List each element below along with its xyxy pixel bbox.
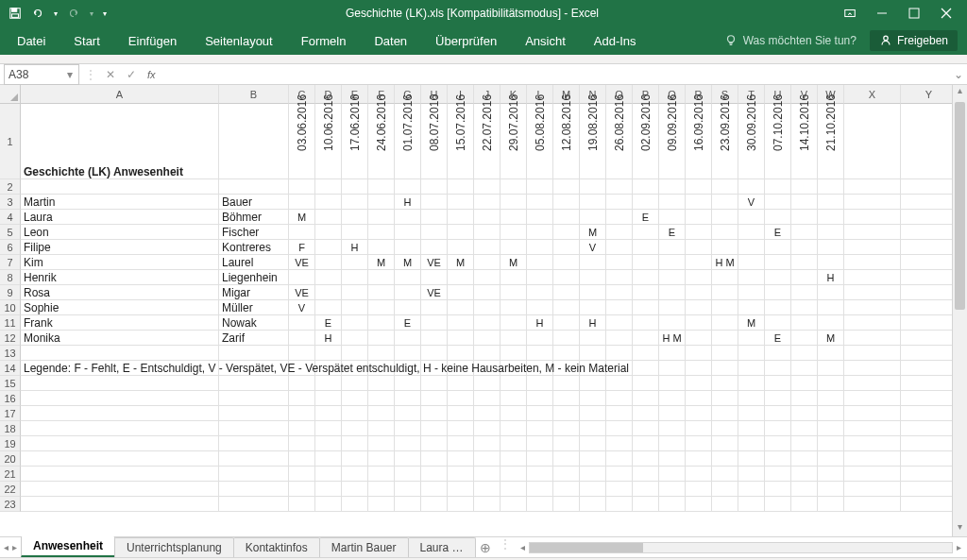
cell[interactable] <box>553 255 580 269</box>
cell[interactable] <box>219 482 289 496</box>
cell[interactable] <box>448 467 474 481</box>
cell[interactable] <box>421 467 448 481</box>
cell[interactable] <box>606 240 633 254</box>
cell[interactable] <box>527 240 553 254</box>
cell[interactable] <box>421 331 448 345</box>
cell[interactable] <box>765 482 791 496</box>
cell[interactable] <box>580 451 606 466</box>
cell[interactable] <box>738 421 765 435</box>
cell[interactable] <box>686 376 712 390</box>
scroll-down-icon[interactable]: ▾ <box>953 521 967 536</box>
cell[interactable] <box>289 451 315 466</box>
cell[interactable] <box>500 195 527 209</box>
date-header-cell[interactable]: 14.10.2016 <box>791 104 818 178</box>
qat-customize[interactable]: ▾ <box>100 4 110 23</box>
cell[interactable] <box>368 391 395 405</box>
cell[interactable] <box>395 482 421 496</box>
cell[interactable] <box>553 497 580 511</box>
cell[interactable] <box>395 436 421 450</box>
cell[interactable] <box>395 300 421 314</box>
cell[interactable] <box>818 451 844 466</box>
date-header-cell[interactable]: 19.08.2016 <box>580 104 606 178</box>
cell[interactable] <box>553 391 580 405</box>
cell[interactable] <box>21 179 219 194</box>
cell[interactable] <box>818 376 844 390</box>
cell[interactable] <box>901 104 952 178</box>
cell[interactable]: M <box>818 331 844 345</box>
cell[interactable] <box>818 406 844 420</box>
sheet-tab[interactable]: Unterrichtsplanung <box>114 537 234 557</box>
cell[interactable]: V <box>580 240 606 254</box>
cell[interactable] <box>368 179 395 194</box>
cell[interactable] <box>448 240 474 254</box>
cell[interactable] <box>818 179 844 194</box>
cell[interactable] <box>474 376 500 390</box>
cell[interactable] <box>474 210 500 224</box>
cell[interactable] <box>21 391 219 405</box>
date-header-cell[interactable]: 24.06.2016 <box>368 104 395 178</box>
cell[interactable] <box>791 391 818 405</box>
cell[interactable] <box>818 467 844 481</box>
cell[interactable] <box>633 315 659 330</box>
cell[interactable] <box>474 270 500 284</box>
cell[interactable] <box>580 179 606 194</box>
cell[interactable] <box>448 376 474 390</box>
cell[interactable] <box>844 210 901 224</box>
cell[interactable] <box>606 210 633 224</box>
cell[interactable]: M <box>500 255 527 269</box>
cell[interactable] <box>686 331 712 345</box>
cell[interactable] <box>21 406 219 420</box>
cell[interactable] <box>765 285 791 299</box>
date-header-cell[interactable]: 17.06.2016 <box>342 104 368 178</box>
cell[interactable] <box>368 300 395 314</box>
cell[interactable] <box>738 361 765 375</box>
cell[interactable] <box>448 225 474 239</box>
cell[interactable] <box>395 240 421 254</box>
date-header-cell[interactable]: 09.09.2016 <box>659 104 686 178</box>
cell[interactable] <box>738 300 765 314</box>
cell[interactable] <box>844 179 901 194</box>
cell[interactable] <box>289 497 315 511</box>
cell[interactable]: Legende: F - Fehlt, E - Entschuldigt, V … <box>21 361 219 375</box>
cell[interactable] <box>342 179 368 194</box>
cell[interactable]: F <box>289 240 315 254</box>
cell[interactable]: Nowak <box>219 315 289 330</box>
cell[interactable] <box>901 436 952 450</box>
cell[interactable] <box>553 285 580 299</box>
cell[interactable] <box>474 346 500 360</box>
cell[interactable] <box>633 346 659 360</box>
cell[interactable] <box>606 346 633 360</box>
cell[interactable]: VE <box>421 285 448 299</box>
row-header[interactable]: 1 <box>0 104 21 179</box>
cell[interactable] <box>474 421 500 435</box>
cell[interactable] <box>289 346 315 360</box>
cell[interactable] <box>765 179 791 194</box>
cell[interactable] <box>342 195 368 209</box>
cell[interactable]: Monika <box>21 331 219 345</box>
date-header-cell[interactable]: 21.10.2016 <box>818 104 844 178</box>
row-header[interactable]: 20 <box>0 451 21 467</box>
cell[interactable] <box>580 376 606 390</box>
redo-button[interactable] <box>64 4 83 23</box>
cell[interactable] <box>765 406 791 420</box>
cell[interactable] <box>474 436 500 450</box>
cell[interactable] <box>686 179 712 194</box>
cell[interactable] <box>791 195 818 209</box>
cell[interactable] <box>315 497 342 511</box>
cell[interactable]: Martin <box>21 195 219 209</box>
cell[interactable] <box>368 210 395 224</box>
cell[interactable] <box>342 406 368 420</box>
cell[interactable] <box>395 285 421 299</box>
cell[interactable] <box>686 482 712 496</box>
cell[interactable] <box>765 255 791 269</box>
sheet-nav-next[interactable]: ▸ <box>12 542 17 552</box>
cell[interactable]: VE <box>289 285 315 299</box>
cell[interactable] <box>342 300 368 314</box>
cell[interactable] <box>368 436 395 450</box>
cell[interactable] <box>738 376 765 390</box>
cell[interactable] <box>791 436 818 450</box>
cell[interactable] <box>791 179 818 194</box>
cell[interactable] <box>659 406 686 420</box>
cell[interactable] <box>580 346 606 360</box>
cell[interactable] <box>659 436 686 450</box>
